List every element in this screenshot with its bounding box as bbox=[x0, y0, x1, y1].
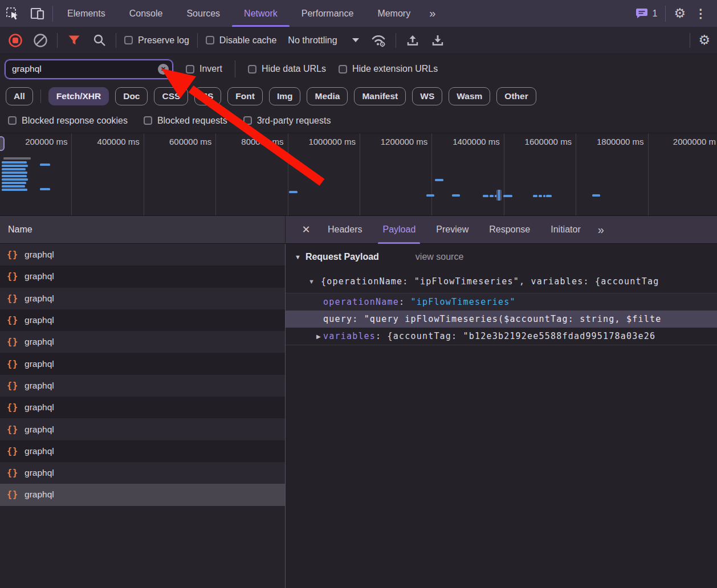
blocked-response-cookies-checkbox[interactable] bbox=[8, 116, 17, 125]
invert-checkbox[interactable] bbox=[186, 65, 194, 74]
issues-count: 1 bbox=[652, 9, 657, 19]
request-row-selected[interactable]: {}graphql bbox=[0, 484, 285, 505]
collapse-triangle-icon: ▼ bbox=[308, 278, 315, 285]
request-type-pills: All Fetch/XHR Doc CSS JS Font Img Media … bbox=[0, 84, 717, 108]
close-detail-button[interactable]: ✕ bbox=[295, 216, 317, 244]
detail-tab-headers[interactable]: Headers bbox=[317, 216, 372, 244]
invert-label: Invert bbox=[199, 64, 222, 74]
payload-entry-variables[interactable]: ▶ variables: {accountTag: "b12e3b2192ee5… bbox=[286, 328, 717, 345]
hide-extension-urls-toggle[interactable]: Hide extension URLs bbox=[339, 64, 438, 74]
detail-more-tabs-button[interactable]: » bbox=[591, 223, 610, 236]
payload-value: "ipFlowTimeseries" bbox=[410, 297, 515, 307]
detail-tab-initiator[interactable]: Initiator bbox=[540, 216, 590, 244]
pill-font[interactable]: Font bbox=[227, 87, 263, 105]
hide-extension-urls-checkbox[interactable] bbox=[339, 65, 347, 74]
pill-wasm[interactable]: Wasm bbox=[449, 87, 490, 105]
detail-tab-response[interactable]: Response bbox=[479, 216, 540, 244]
blocked-requests-checkbox[interactable] bbox=[144, 116, 152, 125]
payload-summary-row[interactable]: ▼ {operationName: "ipFlowTimeseries", va… bbox=[286, 270, 717, 293]
request-payload-title: Request Payload bbox=[305, 252, 379, 262]
view-source-link[interactable]: view source bbox=[415, 252, 463, 262]
payload-key: operationName bbox=[323, 297, 399, 307]
clear-filter-icon[interactable]: ✕ bbox=[158, 64, 169, 75]
more-tabs-button[interactable]: » bbox=[422, 7, 441, 20]
expand-triangle-icon[interactable]: ▶ bbox=[316, 333, 323, 340]
pill-manifest[interactable]: Manifest bbox=[354, 87, 406, 105]
preserve-log-toggle[interactable]: Preserve log bbox=[124, 35, 189, 46]
blocked-response-cookies-toggle[interactable]: Blocked response cookies bbox=[8, 116, 128, 126]
upload-icon bbox=[406, 34, 419, 47]
preserve-log-label: Preserve log bbox=[138, 35, 189, 46]
pill-ws[interactable]: WS bbox=[412, 87, 442, 105]
tab-memory[interactable]: Memory bbox=[365, 0, 422, 27]
fetch-xhr-icon: {} bbox=[7, 293, 18, 304]
issues-icon bbox=[635, 7, 648, 19]
search-button[interactable] bbox=[91, 31, 108, 50]
request-row[interactable]: {}graphql bbox=[0, 288, 285, 309]
payload-entry-query[interactable]: query: "query ipFlowTimeseries($accountT… bbox=[286, 311, 717, 328]
pill-fetch-xhr[interactable]: Fetch/XHR bbox=[48, 87, 109, 105]
more-options-icon[interactable]: ⋮ bbox=[691, 7, 710, 21]
pill-js[interactable]: JS bbox=[194, 87, 221, 105]
third-party-requests-toggle[interactable]: 3rd-party requests bbox=[243, 116, 331, 126]
request-name: graphql bbox=[25, 359, 54, 369]
pill-media[interactable]: Media bbox=[307, 87, 348, 105]
request-row[interactable]: {}graphql bbox=[0, 331, 285, 353]
clear-button[interactable] bbox=[32, 31, 49, 50]
issues-button[interactable]: 1 bbox=[635, 7, 657, 19]
disable-cache-checkbox[interactable] bbox=[206, 36, 214, 44]
timeline-resize-handle[interactable] bbox=[0, 136, 5, 151]
tab-sources[interactable]: Sources bbox=[174, 0, 232, 27]
payload-entry-operationName[interactable]: operationName: "ipFlowTimeseries" bbox=[286, 293, 717, 311]
invert-toggle[interactable]: Invert bbox=[186, 64, 222, 74]
timeline-tick: 800000 ms bbox=[216, 133, 288, 215]
request-row[interactable]: {}graphql bbox=[0, 375, 285, 397]
request-row[interactable]: {}graphql bbox=[0, 266, 285, 287]
settings-gear-icon[interactable]: ⚙ bbox=[674, 7, 686, 20]
network-conditions-button[interactable] bbox=[370, 31, 388, 50]
hide-data-urls-checkbox[interactable] bbox=[248, 65, 256, 74]
name-header-label: Name bbox=[8, 224, 32, 235]
tab-performance[interactable]: Performance bbox=[290, 0, 366, 27]
pill-css[interactable]: CSS bbox=[154, 87, 188, 105]
request-name: graphql bbox=[25, 489, 54, 500]
pill-doc[interactable]: Doc bbox=[115, 87, 148, 105]
fetch-xhr-icon: {} bbox=[7, 315, 18, 325]
disable-cache-toggle[interactable]: Disable cache bbox=[206, 35, 277, 46]
filter-box: ✕ bbox=[5, 59, 173, 79]
preserve-log-checkbox[interactable] bbox=[124, 36, 133, 44]
throttling-select[interactable]: No throttling bbox=[284, 35, 362, 46]
network-settings-gear-icon[interactable]: ⚙ bbox=[698, 34, 710, 47]
request-row[interactable]: {}graphql bbox=[0, 353, 285, 374]
filter-button[interactable] bbox=[66, 31, 83, 50]
request-row[interactable]: {}graphql bbox=[0, 244, 285, 266]
detail-tab-payload[interactable]: Payload bbox=[372, 216, 426, 244]
request-row[interactable]: {}graphql bbox=[0, 418, 285, 440]
request-row[interactable]: {}graphql bbox=[0, 397, 285, 418]
device-toolbar-button[interactable] bbox=[25, 0, 50, 27]
request-row[interactable]: {}graphql bbox=[0, 440, 285, 462]
pill-img[interactable]: Img bbox=[269, 87, 301, 105]
tabbar-divider bbox=[52, 6, 53, 22]
pill-other[interactable]: Other bbox=[496, 87, 536, 105]
record-button[interactable] bbox=[7, 31, 24, 50]
third-party-requests-checkbox[interactable] bbox=[243, 116, 252, 125]
import-har-button[interactable] bbox=[404, 31, 421, 50]
hide-extension-urls-label: Hide extension URLs bbox=[352, 64, 438, 74]
export-har-button[interactable] bbox=[429, 31, 446, 50]
pill-all[interactable]: All bbox=[6, 87, 33, 105]
request-row[interactable]: {}graphql bbox=[0, 309, 285, 331]
collapse-triangle-icon[interactable]: ▼ bbox=[295, 254, 301, 260]
tab-elements[interactable]: Elements bbox=[55, 0, 117, 27]
timeline-overview[interactable]: 200000 ms 400000 ms 600000 ms 800000 ms … bbox=[0, 133, 717, 216]
tab-console[interactable]: Console bbox=[117, 0, 175, 27]
filter-input[interactable] bbox=[5, 59, 173, 79]
timeline-tick: 1600000 ms bbox=[504, 133, 576, 215]
tab-network[interactable]: Network bbox=[232, 0, 290, 27]
request-row[interactable]: {}graphql bbox=[0, 462, 285, 484]
blocked-requests-toggle[interactable]: Blocked requests bbox=[144, 116, 227, 126]
inspect-element-button[interactable] bbox=[0, 0, 25, 27]
detail-tab-preview[interactable]: Preview bbox=[426, 216, 479, 244]
hide-data-urls-toggle[interactable]: Hide data URLs bbox=[248, 64, 326, 74]
name-column-header[interactable]: Name bbox=[0, 216, 286, 244]
